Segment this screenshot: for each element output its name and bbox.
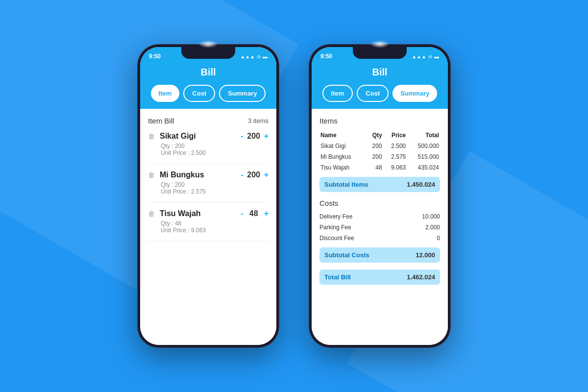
cost-value-2: 2.000 — [425, 224, 440, 231]
costs-section-label: Costs — [319, 199, 440, 207]
wifi-icon-2: ⊖ — [428, 54, 432, 59]
wifi-icon: ⊖ — [257, 54, 261, 59]
row1-qty: 200 — [366, 141, 383, 151]
row1-total: 500.000 — [407, 141, 440, 151]
qty-control-2: - 200 + — [241, 171, 269, 179]
app-header-2: Bill — [312, 63, 448, 85]
th-total: Total — [407, 130, 440, 141]
qty-minus-1[interactable]: - — [241, 132, 243, 141]
th-name: Name — [319, 130, 366, 141]
tab-bar-1: Item Cost Summary — [140, 85, 276, 109]
signal-icon-2: ▲▲▲ — [412, 54, 426, 59]
cost-row-2: Parking Fee 2.000 — [319, 222, 440, 233]
item-detail-price-3: Unit Price : 9.063 — [148, 227, 269, 234]
qty-plus-1[interactable]: + — [264, 132, 269, 141]
subtotal-items-row: Subtotal Items 1.450.024 — [319, 177, 440, 192]
item-detail-price-1: Unit Price : 2.500 — [148, 149, 269, 156]
table-row-3: Tisu Wajah 48 9.063 435.024 — [319, 162, 440, 173]
subtotal-costs-label: Subtotal Costs — [324, 251, 369, 259]
phone-1-flash — [198, 40, 218, 48]
phone-content-1: Item Bill 3 items 🗑 Sikat Gigi - 200 + Q… — [140, 109, 276, 345]
tab-cost-1[interactable]: Cost — [183, 85, 215, 102]
item-bill-label: Item Bill — [148, 117, 174, 125]
tab-bar-2: Item Cost Summary — [312, 85, 448, 109]
battery-icon: ▬ — [263, 54, 268, 59]
bill-item-3: 🗑 Tisu Wajah - 48 + Qty : 48 Unit Price … — [148, 209, 269, 241]
qty-plus-3[interactable]: + — [264, 209, 269, 218]
trash-icon-3[interactable]: 🗑 — [148, 210, 155, 218]
app-title-1: Bill — [200, 67, 216, 77]
total-bill-row: Total Bill 1.462.024 — [319, 270, 440, 285]
subtotal-costs-row: Subtotal Costs 12.000 — [319, 247, 440, 263]
qty-minus-3[interactable]: - — [241, 209, 243, 218]
phone-content-2: Items Name Qty Price Total Sikat Gigi 20… — [312, 109, 448, 345]
status-time-1: 9:50 — [149, 53, 161, 60]
bill-item-2: 🗑 Mi Bungkus - 200 + Qty : 200 Unit Pric… — [148, 171, 269, 202]
item-detail-qty-1: Qty : 200 — [148, 143, 269, 149]
trash-icon-1[interactable]: 🗑 — [148, 132, 155, 140]
subtotal-items-label: Subtotal Items — [324, 181, 368, 188]
battery-icon-2: ▬ — [434, 54, 439, 59]
cost-label-2: Parking Fee — [319, 224, 351, 231]
subtotal-items-value: 1.450.024 — [407, 181, 435, 188]
cost-value-3: 0 — [437, 235, 440, 242]
qty-minus-2[interactable]: - — [241, 171, 243, 179]
row2-price: 2.575 — [383, 151, 407, 162]
items-count: 3 items — [248, 117, 269, 124]
item-detail-qty-2: Qty : 200 — [148, 181, 269, 188]
th-qty: Qty — [366, 130, 383, 141]
tab-summary-1[interactable]: Summary — [219, 85, 266, 102]
cost-label-1: Delivery Fee — [319, 213, 352, 220]
row3-name: Tisu Wajah — [319, 162, 366, 173]
row2-qty: 200 — [366, 151, 383, 162]
bill-item-1: 🗑 Sikat Gigi - 200 + Qty : 200 Unit Pric… — [148, 132, 269, 164]
qty-plus-2[interactable]: + — [264, 171, 269, 179]
app-header-1: Bill — [140, 63, 276, 85]
cost-row-1: Delivery Fee 10.000 — [319, 211, 440, 222]
qty-value-1: 200 — [246, 132, 261, 141]
app-title-2: Bill — [372, 67, 387, 77]
status-icons-2: ▲▲▲ ⊖ ▬ — [412, 54, 439, 59]
item-detail-qty-3: Qty : 48 — [148, 220, 269, 227]
notch-2 — [353, 47, 407, 59]
row1-price: 2.500 — [383, 141, 407, 151]
qty-value-2: 200 — [246, 171, 261, 179]
status-icons-1: ▲▲▲ ⊖ ▬ — [240, 54, 268, 59]
table-row-2: Mi Bungkus 200 2.575 515.000 — [319, 151, 440, 162]
signal-icon: ▲▲▲ — [240, 54, 255, 59]
subtotal-costs-value: 12.000 — [416, 251, 435, 259]
total-bill-value: 1.462.024 — [407, 273, 435, 281]
cost-label-3: Discount Fee — [319, 235, 354, 242]
tab-item-2[interactable]: Item — [322, 85, 353, 102]
section-header-1: Item Bill 3 items — [148, 117, 269, 125]
qty-value-3: 48 — [246, 209, 261, 218]
items-section-label: Items — [319, 117, 440, 125]
phone-2-flash — [370, 40, 390, 48]
notch-1 — [181, 47, 235, 59]
th-price: Price — [383, 130, 407, 141]
item-name-3: Tisu Wajah — [160, 209, 236, 218]
tab-summary-2[interactable]: Summary — [392, 85, 437, 102]
phone-1: 9:50 ▲▲▲ ⊖ ▬ Bill Item Cost Summary Item… — [137, 44, 279, 348]
row3-price: 9.063 — [383, 162, 407, 173]
total-bill-label: Total Bill — [324, 273, 351, 281]
cost-value-1: 10.000 — [422, 213, 440, 220]
cost-row-3: Discount Fee 0 — [319, 233, 440, 244]
row1-name: Sikat Gigi — [319, 141, 366, 151]
phone-2: 9:50 ▲▲▲ ⊖ ▬ Bill Item Cost Summary Item… — [309, 44, 451, 348]
summary-table: Name Qty Price Total Sikat Gigi 200 2.50… — [319, 130, 440, 173]
tab-item-1[interactable]: Item — [151, 85, 180, 102]
qty-control-1: - 200 + — [241, 132, 269, 141]
item-name-2: Mi Bungkus — [160, 171, 236, 179]
status-time-2: 9:50 — [320, 53, 332, 60]
item-detail-price-2: Unit Price : 2.575 — [148, 188, 269, 195]
item-name-1: Sikat Gigi — [160, 132, 236, 141]
row3-qty: 48 — [366, 162, 383, 173]
row2-total: 515.000 — [407, 151, 440, 162]
qty-control-3: - 48 + — [241, 209, 269, 218]
tab-cost-2[interactable]: Cost — [357, 85, 389, 102]
trash-icon-2[interactable]: 🗑 — [148, 171, 155, 179]
row3-total: 435.024 — [407, 162, 440, 173]
row2-name: Mi Bungkus — [319, 151, 366, 162]
table-row-1: Sikat Gigi 200 2.500 500.000 — [319, 141, 440, 151]
